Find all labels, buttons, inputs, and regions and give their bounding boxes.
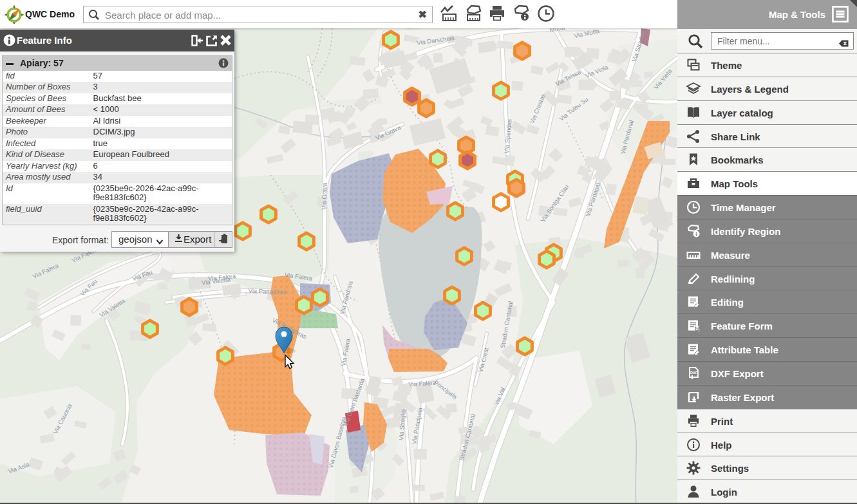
svg-text:Via Pattadiras: Via Pattadiras [248,287,287,295]
svg-text:Via Grava: Via Grava [320,182,328,210]
svg-text:DXF: DXF [690,371,698,375]
